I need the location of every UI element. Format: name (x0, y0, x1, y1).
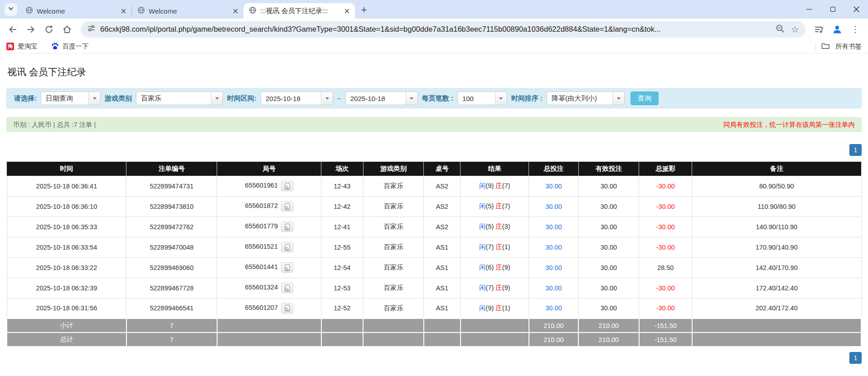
video-replay-icon[interactable] (281, 242, 293, 252)
result-player: 闲 (479, 284, 486, 291)
cell-round: 655601521 (217, 237, 321, 257)
new-tab-button[interactable]: + (358, 4, 370, 16)
total-payout: -151.50 (639, 318, 692, 333)
game-type-select[interactable]: 百家乐 (136, 92, 223, 105)
pagination-page-1-top[interactable]: 1 (849, 144, 862, 156)
sort-select[interactable]: 降幂(由大到小) (547, 92, 625, 105)
cell-session: 12-41 (321, 217, 363, 237)
cell-game-type: 百家乐 (363, 217, 424, 237)
cell-game-type: 百家乐 (363, 278, 424, 298)
total-payout: -151.50 (639, 333, 692, 347)
round-number: 655601779 (245, 222, 278, 230)
date-range-tilde: ~ (337, 95, 341, 102)
pagination-page-1-bottom[interactable]: 1 (849, 352, 862, 364)
cell-payout: -30.00 (639, 176, 692, 196)
tab-welcome-2[interactable]: Welcome (132, 3, 243, 19)
all-bookmarks-label[interactable]: 所有书签 (835, 42, 862, 51)
column-header: 有效投注 (578, 162, 639, 176)
total-cell (424, 333, 461, 347)
url-text[interactable]: 66cxkj98.com/ipl/portal.php/game/betreco… (100, 25, 661, 34)
total-bet-link[interactable]: 30.00 (545, 304, 562, 312)
maximize-button[interactable] (821, 0, 844, 19)
tab-welcome-1[interactable]: Welcome (20, 3, 131, 19)
total-bet-link[interactable]: 30.00 (545, 223, 562, 231)
cell-game-type: 百家乐 (363, 196, 424, 217)
cell-round: 655601779 (217, 217, 321, 237)
cell-bet-id: 522899473810 (126, 196, 217, 217)
chevron-down-icon[interactable] (211, 92, 223, 105)
table-row: 2025-10-18 06:36:41522899474731655601961… (7, 176, 861, 196)
video-replay-icon[interactable] (281, 262, 293, 273)
cell-valid-bet: 30.00 (578, 217, 639, 237)
globe-icon (249, 6, 257, 15)
result-banker: 庄 (495, 243, 502, 251)
site-info-icon[interactable] (87, 24, 96, 34)
cell-round: 655601324 (217, 278, 321, 298)
cell-valid-bet: 30.00 (578, 176, 639, 196)
bookmark-star-icon[interactable]: ☆ (791, 25, 799, 34)
cell-table-no: AS1 (424, 257, 461, 278)
total-bet-link[interactable]: 30.00 (545, 203, 562, 210)
round-number: 655601441 (245, 263, 278, 270)
tab-search-button[interactable] (5, 3, 17, 16)
cell-total-bet: 30.00 (529, 237, 578, 257)
chevron-down-icon[interactable] (406, 92, 417, 105)
media-controls-icon[interactable] (811, 21, 827, 38)
url-bar[interactable]: 66cxkj98.com/ipl/portal.php/game/betreco… (81, 21, 805, 38)
time-range-label: 时间区间: (227, 94, 257, 103)
cell-payout: -30.00 (639, 278, 692, 298)
home-button[interactable] (59, 21, 75, 38)
query-mode-select[interactable]: 日期查询 (41, 92, 101, 105)
tab-title: Welcome (37, 7, 115, 15)
bookmark-aitaobao[interactable]: 淘 爱淘宝 (6, 42, 38, 51)
cell-bet-id: 522899470048 (126, 237, 217, 257)
sort-label: 时间排序 : (511, 94, 543, 103)
page-content: 视讯 会员下注纪录 请选择: 日期查询 游戏类别 百家乐 时间区间: 2025-… (0, 66, 868, 364)
total-bet-link[interactable]: 30.00 (545, 183, 562, 190)
result-banker: 庄 (495, 304, 502, 312)
video-replay-icon[interactable] (281, 303, 293, 313)
tab-close-icon[interactable] (119, 6, 128, 15)
reload-button[interactable] (41, 21, 57, 38)
result-score: (6) (486, 264, 496, 271)
window-controls (797, 0, 868, 19)
video-replay-icon[interactable] (281, 222, 293, 232)
filter-bar: 请选择: 日期查询 游戏类别 百家乐 时间区间: 2025-10-18 ~ 20… (6, 88, 862, 108)
chevron-down-icon[interactable] (321, 92, 333, 105)
total-bet-link[interactable]: 30.00 (545, 244, 562, 251)
zoom-icon[interactable] (776, 24, 785, 35)
round-number: 655601961 (245, 182, 278, 189)
bookmark-baidu[interactable]: 百度一下 (51, 42, 89, 51)
chevron-down-icon[interactable] (88, 92, 100, 105)
column-header: 总投注 (529, 162, 578, 176)
cell-result: 闲(9) 庄(7) (461, 176, 529, 196)
cell-note: 202.40/172.40 (692, 298, 861, 318)
minimize-button[interactable] (797, 0, 821, 19)
table-row: 2025-10-18 06:33:22522899469060655601441… (7, 257, 861, 278)
subtotal-row: 小计7210.00210.00-151.50 (7, 318, 861, 333)
total-bet-link[interactable]: 30.00 (545, 264, 562, 271)
tab-close-icon[interactable] (231, 6, 240, 15)
total-cell (461, 318, 529, 333)
result-score: (9) (486, 182, 496, 189)
profile-avatar[interactable] (829, 21, 845, 38)
total-cell: 210.00 (529, 333, 578, 347)
tab-betrecord-active[interactable]: :::视讯 会员下注纪录::: (243, 3, 355, 19)
back-button[interactable] (5, 21, 21, 38)
total-bet-link[interactable]: 30.00 (545, 284, 562, 292)
page-size-select[interactable]: 100 (457, 92, 507, 105)
menu-kebab-icon[interactable]: ⋮ (847, 21, 863, 38)
close-button[interactable] (844, 0, 868, 19)
cell-session: 12-54 (321, 257, 363, 278)
chevron-down-icon[interactable] (495, 92, 507, 105)
date-to-select[interactable]: 2025-10-18 (345, 92, 418, 105)
video-replay-icon[interactable] (281, 181, 293, 191)
video-replay-icon[interactable] (281, 283, 293, 293)
date-from-select[interactable]: 2025-10-18 (261, 92, 333, 105)
forward-button[interactable] (23, 21, 39, 38)
search-button[interactable]: 查询 (630, 92, 659, 105)
video-replay-icon[interactable] (281, 201, 293, 212)
cell-note: 172.40/142.40 (692, 278, 861, 298)
chevron-down-icon[interactable] (612, 92, 624, 105)
tab-close-icon[interactable] (342, 6, 351, 15)
